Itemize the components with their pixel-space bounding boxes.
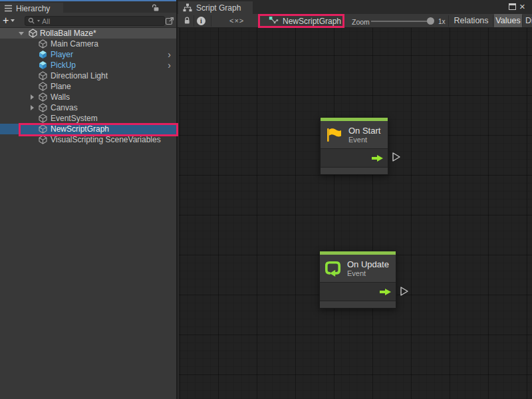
add-object-button[interactable]: + (3, 15, 15, 26)
control-output-port-icon[interactable] (371, 154, 384, 162)
relations-button[interactable]: Relations (450, 14, 493, 27)
node-on-update[interactable]: On Update Event (319, 251, 396, 309)
script-graph-tab-bar: Script Graph × (178, 0, 532, 14)
breadcrumb-label: NewScriptGraph (283, 17, 341, 26)
gameobject-cube-icon (39, 82, 49, 91)
dim-button[interactable]: Dim (523, 14, 532, 27)
gameobject-cube-icon (39, 114, 49, 123)
connection-triangle-icon[interactable] (392, 152, 401, 164)
toolbar-separator (448, 15, 449, 27)
flag-icon (325, 127, 342, 142)
hierarchy-item-label: EventSystem (51, 114, 98, 123)
hierarchy-item-label: Directional Light (51, 71, 108, 80)
node-title: On Start (348, 126, 380, 136)
lock-icon[interactable] (183, 17, 192, 27)
hierarchy-item-pickup[interactable]: PickUp › (0, 60, 176, 70)
hierarchy-item-label: Canvas (51, 103, 78, 112)
loop-icon (325, 261, 341, 277)
foldout-icon[interactable] (31, 94, 39, 100)
zoom-label: Zoom (352, 18, 370, 26)
node-title: On Update (347, 259, 389, 269)
scene-foldout-icon[interactable] (19, 32, 24, 35)
search-icon (28, 17, 35, 25)
script-graph-panel: Script Graph × i <×> (176, 0, 532, 399)
hierarchy-item-label: Walls (51, 92, 70, 102)
values-button[interactable]: Values (494, 14, 522, 27)
hierarchy-item-label: PickUp (51, 61, 76, 70)
script-graph-node-icon (269, 16, 279, 26)
control-output-port-icon[interactable] (379, 287, 392, 296)
unlock-icon[interactable] (151, 4, 160, 14)
search-input[interactable]: All (25, 16, 165, 26)
unity-editor-window: Hierarchy + All (0, 0, 532, 399)
hierarchy-item-label: VisualScripting SceneVariables (51, 135, 161, 144)
code-view-icon[interactable]: <×> (229, 17, 244, 25)
script-graph-toolbar: i <×> NewScriptGraph Zoom 1x Relations V… (178, 14, 532, 28)
node-header: On Start Event (321, 121, 388, 148)
gameobject-cube-icon (39, 39, 49, 49)
toolbar-separator (211, 15, 211, 27)
tab-hierarchy[interactable]: Hierarchy (0, 3, 63, 14)
node-port-row (321, 148, 388, 167)
open-search-window-icon[interactable] (165, 16, 174, 27)
hierarchy-item-newscriptgraph[interactable]: NewScriptGraph › (0, 124, 176, 134)
prefab-chevron-icon[interactable]: › (168, 62, 171, 68)
script-graph-tab-label: Script Graph (196, 3, 241, 13)
gameobject-cube-icon (39, 71, 49, 80)
hierarchy-item-visualscripting-scenevariables[interactable]: VisualScripting SceneVariables › (0, 134, 176, 145)
gameobject-cube-icon (39, 124, 49, 134)
prefab-chevron-icon[interactable]: › (168, 51, 171, 58)
search-placeholder: All (42, 17, 50, 25)
scene-name: RollaBall Maze* (40, 29, 96, 38)
hierarchy-list: Main Camera › Player › (0, 39, 176, 145)
unity-scene-icon (29, 29, 37, 38)
node-footer (320, 301, 396, 308)
hierarchy-item-main-camera[interactable]: Main Camera › (0, 39, 176, 49)
hierarchy-tab-label: Hierarchy (16, 4, 50, 13)
close-icon[interactable]: × (519, 1, 525, 12)
scene-header-row[interactable]: RollaBall Maze* (0, 28, 176, 39)
plus-icon: + (3, 15, 9, 26)
toolbar-separator (522, 15, 523, 27)
hierarchy-item-label: Main Camera (51, 39, 98, 49)
info-icon[interactable]: i (197, 17, 205, 25)
hierarchy-tab-bar: Hierarchy (0, 0, 176, 13)
tab-script-graph[interactable]: Script Graph (178, 1, 253, 14)
hierarchy-item-directional-light[interactable]: Directional Light › (0, 70, 176, 81)
hierarchy-item-label: NewScriptGraph (51, 124, 109, 134)
zoom-slider[interactable] (371, 21, 432, 22)
zoom-value: 1x (438, 18, 446, 25)
zoom-slider-thumb[interactable] (427, 17, 434, 25)
connection-triangle-icon[interactable] (400, 286, 409, 299)
hierarchy-item-plane[interactable]: Plane › (0, 81, 176, 92)
node-subtitle: Event (348, 136, 380, 144)
search-filter-caret-icon (37, 20, 40, 22)
chevron-down-icon (11, 19, 15, 22)
node-port-row (320, 282, 396, 301)
node-footer (321, 167, 388, 174)
breadcrumb[interactable]: NewScriptGraph (265, 14, 345, 28)
hierarchy-item-player[interactable]: Player › (0, 49, 176, 60)
gameobject-cube-icon (39, 92, 49, 102)
hierarchy-panel: Hierarchy + All (0, 0, 176, 399)
foldout-icon[interactable] (31, 105, 39, 110)
hierarchy-icon (4, 5, 13, 12)
node-on-start[interactable]: On Start Event (320, 117, 388, 175)
hierarchy-item-label: Player (51, 50, 73, 59)
graph-canvas[interactable] (179, 28, 532, 399)
gameobject-cube-icon (39, 103, 49, 112)
hierarchy-item-eventsystem[interactable]: EventSystem › (0, 113, 176, 124)
hierarchy-toolbar: + All (0, 14, 176, 28)
node-subtitle: Event (347, 269, 389, 278)
hierarchy-item-walls[interactable]: Walls › (0, 92, 176, 102)
graph-icon (183, 3, 192, 12)
toolbar-separator (493, 15, 493, 27)
hierarchy-item-canvas[interactable]: Canvas › (0, 102, 176, 113)
maximize-icon[interactable] (509, 3, 516, 10)
toolbar-separator (194, 15, 194, 27)
node-header: On Update Event (320, 255, 396, 282)
gameobject-cube-icon (39, 50, 49, 59)
hierarchy-item-label: Plane (51, 82, 71, 91)
gameobject-cube-icon (39, 61, 49, 70)
gameobject-cube-icon (39, 135, 49, 144)
